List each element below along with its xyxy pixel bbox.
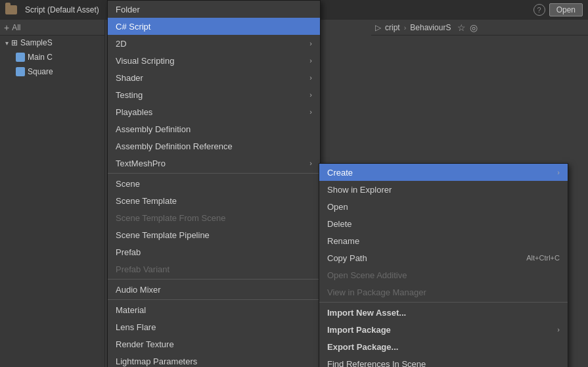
script-asset-label: Script (Default Asset)	[25, 5, 99, 14]
hierarchy-item-mainc[interactable]: Main C	[0, 50, 104, 64]
menu-item-create[interactable]: Create ›	[319, 164, 568, 181]
arrow-icon-visual-scripting: ›	[309, 57, 312, 64]
menu-item-rename[interactable]: Rename	[319, 232, 568, 249]
menu-item-2d[interactable]: 2D ›	[108, 35, 320, 52]
menu-item-import-new-asset[interactable]: Import New Asset...	[319, 304, 568, 321]
plus-icon[interactable]: +	[4, 22, 9, 33]
arrow-icon-import-package: ›	[557, 326, 560, 333]
hierarchy-item-mainc-label: Main C	[28, 53, 53, 62]
search-all-label: All	[12, 23, 20, 32]
cube-icon-mainc	[16, 53, 25, 62]
menu-item-textmeshpro[interactable]: TextMeshPro ›	[108, 155, 320, 172]
cube-icon-square	[16, 67, 25, 76]
menu-item-find-references[interactable]: Find References In Scene	[319, 355, 568, 367]
menu-item-prefab[interactable]: Prefab	[108, 243, 320, 260]
secondary-context-menu: Create › Show in Explorer Open Delete Re…	[319, 163, 568, 367]
hierarchy-item-square-label: Square	[28, 67, 53, 76]
arrow-icon-textmeshpro: ›	[309, 159, 312, 167]
menu-item-show-in-explorer[interactable]: Show in Explorer	[319, 181, 568, 198]
menu-item-lightmap-parameters[interactable]: Lightmap Parameters	[108, 353, 320, 367]
menu-item-prefab-variant[interactable]: Prefab Variant	[108, 260, 320, 278]
hierarchy-item-square[interactable]: Square	[0, 64, 104, 79]
hierarchy-header: + All	[0, 20, 104, 36]
tab-arrow: ›	[404, 24, 407, 32]
arrow-icon-playables: ›	[309, 108, 312, 116]
arrow-icon-create: ›	[557, 168, 560, 176]
menu-item-material[interactable]: Material	[108, 301, 320, 318]
menu-item-open-scene-additive[interactable]: Open Scene Additive	[319, 266, 568, 283]
menu-item-testing[interactable]: Testing ›	[108, 86, 320, 103]
tab-eye-icon[interactable]: ◎	[470, 22, 478, 33]
scene-name: SampleS	[20, 38, 53, 47]
tab-script-icon: ▷	[375, 23, 381, 32]
menu-item-lens-flare[interactable]: Lens Flare	[108, 318, 320, 335]
menu-item-import-package[interactable]: Import Package ›	[319, 321, 568, 338]
menu-item-assembly-definition[interactable]: Assembly Definition	[108, 120, 320, 137]
folder-icon	[5, 5, 17, 14]
menu-item-assembly-definition-reference[interactable]: Assembly Definition Reference	[108, 137, 320, 155]
separator-3	[108, 299, 320, 300]
menu-item-scene-template-pipeline[interactable]: Scene Template Pipeline	[108, 226, 320, 243]
menu-item-scene-template-from-scene[interactable]: Scene Template From Scene	[108, 209, 320, 226]
scene-triangle-icon: ▾	[5, 39, 9, 47]
script-tab-bar: ▷ cript › BehaviourS ☆ ◎	[371, 20, 588, 36]
menu-item-view-in-package-manager[interactable]: View in Package Manager	[319, 283, 568, 301]
menu-item-playables[interactable]: Playables ›	[108, 103, 320, 120]
shortcut-copy-path: Alt+Ctrl+C	[526, 254, 560, 262]
arrow-icon-shader: ›	[309, 74, 312, 82]
menu-item-visual-scripting[interactable]: Visual Scripting ›	[108, 52, 320, 69]
separator-1	[108, 173, 320, 174]
arrow-icon-2d: ›	[309, 39, 312, 47]
arrow-icon-testing: ›	[309, 91, 312, 99]
menu-item-scene[interactable]: Scene	[108, 175, 320, 192]
scene-icon: ⊞	[11, 38, 18, 47]
menu-item-shader[interactable]: Shader ›	[108, 69, 320, 86]
menu-item-export-package[interactable]: Export Package...	[319, 338, 568, 355]
tab-behaviour-label: BehaviourS	[410, 23, 451, 32]
menu-item-folder[interactable]: Folder	[108, 1, 320, 18]
open-button[interactable]: Open	[549, 3, 583, 16]
scene-item-samplescene[interactable]: ▾ ⊞ SampleS	[0, 36, 104, 50]
menu-item-render-texture[interactable]: Render Texture	[108, 335, 320, 353]
hierarchy-panel: + All ▾ ⊞ SampleS Main C Square	[0, 20, 105, 367]
tab-script-label: cript	[385, 23, 400, 32]
menu-item-csharp-script[interactable]: C# Script	[108, 18, 320, 35]
separator-sec-1	[319, 302, 568, 303]
menu-item-copy-path[interactable]: Copy Path Alt+Ctrl+C	[319, 249, 568, 266]
tab-star-icon[interactable]: ☆	[457, 22, 466, 33]
menu-item-scene-template[interactable]: Scene Template	[108, 192, 320, 209]
menu-item-audio-mixer[interactable]: Audio Mixer	[108, 281, 320, 298]
menu-item-delete[interactable]: Delete	[319, 215, 568, 232]
separator-2	[108, 279, 320, 280]
primary-context-menu: Folder C# Script 2D › Visual Scripting ›…	[107, 0, 321, 367]
menu-item-open[interactable]: Open	[319, 198, 568, 215]
help-icon[interactable]: ?	[533, 4, 545, 16]
